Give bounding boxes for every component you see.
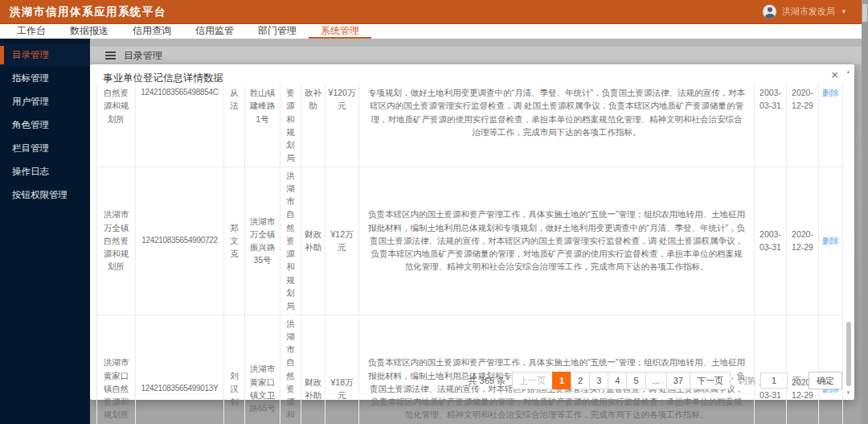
cell-capital: ¥18万元 [326,315,359,424]
breadcrumb-label: 目录管理 [124,49,162,63]
cell-capital: ¥120万元 [326,84,359,167]
cell-funding-source: 政补助 [301,84,326,167]
sidebar-item-user-management[interactable]: 用户管理 [0,90,90,113]
sidebar-item-button-permission[interactable]: 按钮权限管理 [0,183,90,207]
page-scrollbar[interactable] [862,0,868,424]
cell-business-scope: 专项规划，做好土地利用变更调查中的“月清、季登、年统计”，负责国土资源法律、法规… [359,84,755,167]
cell-org-name: 洪湖市万全镇自然资源和规划所 [97,167,136,315]
table-row: 自然资源和规划所 12421083565498854C 从法 胜山镇建峰路1号 … [97,84,843,167]
page-button-2[interactable]: 2 [571,372,590,389]
confirm-button[interactable]: 确定 [809,372,842,389]
pagination: 共 365 条 上一页 1 2 3 4 5 ... 37 下一页 到第 页 确定 [468,372,842,389]
pagination-buttons: 上一页 1 2 3 4 5 ... 37 下一页 [513,372,731,389]
page-button-1[interactable]: 1 [552,372,571,389]
table-row: 洪湖市万全镇自然资源和规划所 124210835654990722 郑文克 洪湖… [97,167,843,315]
cell-actions: 删除 [819,84,843,167]
modal-scrollbar-thumb[interactable] [846,322,851,386]
goto-page: 到第 页 [738,373,801,389]
cell-credit-code: 124210835654990722 [136,167,224,315]
sidebar: 目录管理 指标管理 用户管理 角色管理 栏目管理 操作日志 按钮权限管理 [0,39,90,424]
delete-link[interactable]: 删除 [822,88,839,97]
goto-prefix-label: 到第 [738,375,755,387]
page-button-5[interactable]: 5 [626,372,645,389]
scroll-down-icon[interactable]: ▼ [845,389,852,396]
tab-credit-query[interactable]: 信用查询 [121,24,183,39]
page-button-4[interactable]: 4 [608,372,627,389]
modal-scrollbar[interactable]: ▲ ▼ [845,68,852,396]
sidebar-item-indicator-management[interactable]: 指标管理 [0,67,90,90]
cell-capital: ¥12万元 [326,167,359,315]
tab-workbench[interactable]: 工作台 [5,24,58,39]
close-icon[interactable]: × [831,68,838,80]
app-title: 洪湖市信用体系应用系统平台 [10,5,166,19]
menu-icon[interactable] [105,55,116,56]
pagination-total: 共 365 条 [468,375,505,387]
cell-business-scope: 负责本辖区内的国土资源和资产管理工作，具体实施土地的“五统一”管理；组织农用地转… [359,315,755,424]
cell-address: 洪湖市黄家口镇文卫路65号 [245,315,280,424]
table-row: 洪湖市黄家口镇自然资源和规划所 12421083565499013Y 刘汉钊 洪… [97,315,843,424]
main-nav-tabs: 工作台 数据报送 信用查询 信用监管 部门管理 系统管理 [0,24,868,39]
delete-link[interactable]: 删除 [822,236,839,245]
user-menu[interactable]: 洪湖市发改局 ▼ [763,5,847,19]
cell-date-start: 2003-03-31 [755,84,787,167]
sidebar-item-catalog-management[interactable]: 目录管理 [0,43,90,67]
cell-business-scope: 负责本辖区内的国土资源和资产管理工作，具体实施土地的“五统一”管理；组织农用地转… [359,167,755,315]
cell-org-name: 洪湖市黄家口镇自然资源和规划所 [97,315,136,424]
cell-address: 洪湖市万全镇振兴路35号 [245,167,280,315]
user-avatar-icon [763,5,776,19]
tab-data-report[interactable]: 数据报送 [58,24,121,39]
tab-department-management[interactable]: 部门管理 [246,24,309,39]
cell-funding-source: 财政补助 [301,167,326,315]
cell-legal-person: 从法 [224,84,245,167]
cell-date-start: 2003-03-31 [755,315,787,424]
detail-data-modal: 事业单位登记信息详情数据 × 自然资源和规划所 1242108356549885… [90,64,854,400]
cell-actions: 删除 [819,167,843,315]
tab-system-management[interactable]: 系统管理 [309,24,371,39]
next-page-button[interactable]: 下一页 [690,372,731,389]
page-ellipsis[interactable]: ... [645,372,667,389]
cell-funding-source: 财政补助 [301,315,326,424]
cell-date-end: 2020-12-29 [787,84,819,167]
page-button-37[interactable]: 37 [666,372,690,389]
cell-credit-code: 12421083565499013Y [136,315,224,424]
scroll-up-icon[interactable]: ▲ [845,68,852,75]
cell-date-end: 2020-12-29 [787,315,819,424]
prev-page-button[interactable]: 上一页 [512,372,553,389]
cell-sponsor: 洪湖市自然资源和规划局 [280,167,301,315]
user-name: 洪湖市发改局 [782,6,835,18]
sidebar-item-operation-log[interactable]: 操作日志 [0,160,90,183]
cell-sponsor: 资源和规划局 [280,84,301,167]
cell-actions: 删除 [819,315,843,424]
sidebar-item-role-management[interactable]: 角色管理 [0,113,90,137]
modal-title: 事业单位登记信息详情数据 [103,72,223,85]
cell-org-name: 自然资源和规划所 [97,84,136,167]
cell-credit-code: 12421083565498854C [136,84,224,167]
sidebar-item-column-management[interactable]: 栏目管理 [0,137,90,160]
cell-address: 胜山镇建峰路1号 [245,84,280,167]
page-scrollbar-thumb[interactable] [862,4,867,22]
breadcrumb: 目录管理 [90,47,868,64]
chevron-down-icon: ▼ [841,9,847,15]
cell-date-end: 2020-12-29 [787,167,819,315]
cell-date-start: 2003-03-31 [755,167,787,315]
goto-suffix-label: 页 [792,375,801,387]
tab-credit-supervision[interactable]: 信用监管 [183,24,246,39]
page-button-3[interactable]: 3 [589,372,608,389]
cell-legal-person: 郑文克 [224,167,245,315]
goto-page-input[interactable] [760,373,788,389]
cell-legal-person: 刘汉钊 [224,315,245,424]
cell-sponsor: 洪湖市自然资源和规划局 [280,315,301,424]
top-navbar: 洪湖市信用体系应用系统平台 洪湖市发改局 ▼ [0,0,868,24]
